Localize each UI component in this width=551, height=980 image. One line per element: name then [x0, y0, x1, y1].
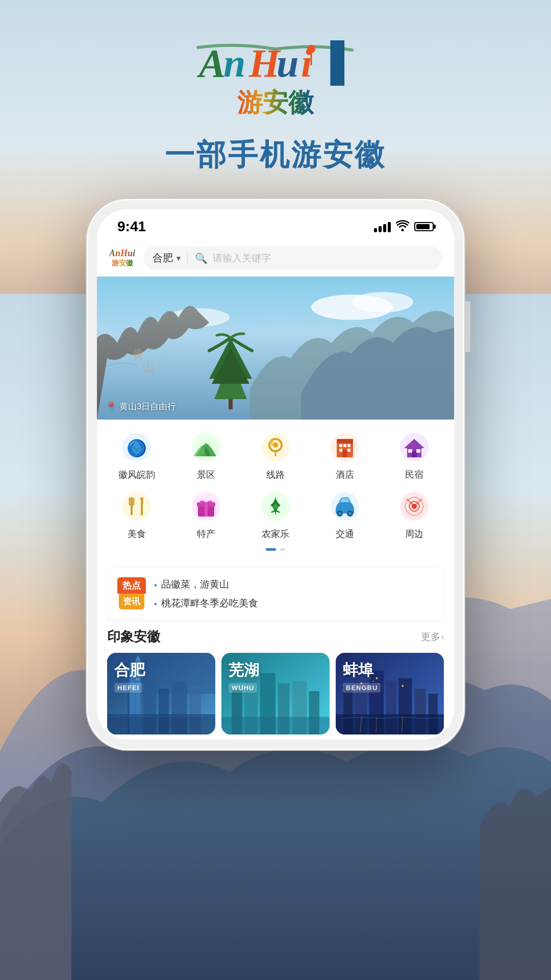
dropdown-arrow-icon: ▼ [175, 254, 182, 262]
news-item-2[interactable]: • 桃花潭畔冬季必吃美食 [154, 596, 434, 611]
page-indicator [102, 548, 449, 558]
news-text-1: 品徽菜，游黄山 [161, 577, 229, 592]
jiudian-icon [328, 430, 362, 464]
wuhu-cn: 芜湖 [229, 660, 322, 681]
search-input[interactable]: 请输入关键字 [213, 252, 271, 265]
svg-rect-32 [343, 444, 346, 447]
category-xianlu[interactable]: 线路 [250, 430, 301, 481]
phone-screen: 9:41 [97, 209, 454, 740]
search-bar[interactable]: 合肥 ▼ 🔍 请输入关键字 [143, 246, 442, 270]
header-logo: AnHui 游安徽 [109, 248, 135, 268]
signal-icon [374, 221, 391, 232]
category-minsu[interactable]: 民宿 [389, 430, 440, 481]
svg-rect-31 [339, 444, 342, 447]
category-row-2: 美食 [102, 489, 449, 540]
hero-banner[interactable]: 黄 山 📍 黄山3日自由行 [97, 277, 454, 420]
meishi-label: 美食 [128, 528, 146, 540]
bengbu-cn: 蚌埠 [343, 660, 437, 681]
header-logo-cn: 游安徽 [112, 259, 133, 268]
app-header: AnHui 游安徽 合肥 ▼ 🔍 请输入关键字 [97, 240, 454, 277]
city-card-bengbu[interactable]: 蚌埠 BENGBU [336, 653, 444, 734]
svg-point-50 [273, 504, 278, 508]
category-meishi[interactable]: 美食 [111, 489, 162, 540]
hefei-card-content: 合肥 HEFEI [107, 653, 215, 734]
svg-rect-34 [339, 449, 342, 452]
location-selector[interactable]: 合肥 ▼ [153, 251, 188, 265]
jiudian-label: 酒店 [336, 469, 354, 481]
svg-point-22 [136, 450, 138, 451]
svg-point-53 [338, 512, 341, 515]
signal-bar-3 [383, 224, 386, 232]
category-grid: 🔵 徽风皖韵 [97, 420, 454, 563]
news-item-1[interactable]: • 品徽菜，游黄山 [154, 577, 434, 592]
svg-point-9 [402, 229, 404, 231]
jiaotong-icon [328, 489, 362, 524]
svg-text:黄: 黄 [132, 347, 144, 361]
top-section: A n H u i ▐ 游安徽 一部手机游安徽 [0, 0, 551, 214]
zhoubian-icon [397, 489, 432, 524]
section-title: 印象安徽 [107, 628, 160, 646]
city-card-wuhu[interactable]: 芜湖 WUHU [221, 653, 330, 734]
huifeng-label: 徽风皖韵 [118, 469, 155, 481]
hot-badge-bottom: 资讯 [119, 594, 144, 609]
header-logo-en: AnHui [109, 248, 135, 259]
svg-rect-41 [416, 449, 420, 453]
category-zhoubian[interactable]: 周边 [389, 489, 440, 540]
jingqu-label: 景区 [197, 469, 215, 481]
xianlu-icon [258, 430, 293, 464]
status-bar: 9:41 [97, 209, 454, 240]
hot-badge: 热点 资讯 [117, 577, 146, 609]
bullet-icon-2: • [154, 598, 157, 610]
category-techan[interactable]: 特产 [181, 489, 232, 540]
minsu-icon [397, 430, 432, 464]
hot-badge-top: 热点 [117, 577, 146, 594]
signal-bar-2 [379, 226, 382, 232]
phone-mockup: 9:41 [87, 199, 464, 750]
category-jiudian[interactable]: 酒店 [319, 430, 370, 481]
wifi-icon [396, 220, 409, 234]
bengbu-name: 蚌埠 BENGBU [343, 660, 437, 693]
phone-frame: 9:41 [87, 199, 464, 750]
svg-text:n: n [223, 41, 245, 85]
hot-news-section: 热点 资讯 • 品徽菜，游黄山 • 桃花潭畔冬季必吃美食 [107, 568, 444, 620]
meishi-icon [119, 489, 154, 524]
battery-fill [416, 224, 430, 229]
more-link[interactable]: 更多 › [421, 630, 444, 644]
svg-text:▐: ▐ [316, 40, 345, 86]
svg-point-42 [122, 492, 151, 521]
huifeng-icon: 🔵 [119, 430, 154, 464]
category-huifeng[interactable]: 🔵 徽风皖韵 [111, 430, 162, 481]
svg-rect-36 [343, 450, 347, 457]
signal-bar-1 [374, 228, 377, 232]
category-jingqu[interactable]: 景区 [181, 430, 232, 481]
logo-cn: 游安徽 [237, 86, 314, 120]
hero-caption-text: 黄山3日自由行 [119, 401, 176, 412]
app-logo: A n H u i ▐ 游安徽 [194, 40, 357, 120]
hefei-cn: 合肥 [114, 660, 208, 681]
xianlu-label: 线路 [266, 469, 285, 481]
minsu-label: 民宿 [405, 469, 423, 481]
svg-rect-40 [408, 449, 412, 453]
tagline: 一部手机游安徽 [165, 135, 386, 175]
svg-point-21 [138, 447, 140, 449]
zhoubian-label: 周边 [405, 528, 423, 540]
svg-text:山: 山 [142, 360, 154, 374]
search-icon: 🔍 [195, 252, 208, 264]
category-jiaotong[interactable]: 交通 [319, 489, 370, 540]
status-icons [374, 220, 434, 234]
category-row-1: 🔵 徽风皖韵 [102, 430, 449, 481]
svg-text:u: u [277, 41, 298, 85]
svg-rect-39 [412, 451, 417, 457]
category-nongjia[interactable]: 农家乐 [250, 489, 301, 540]
battery-icon [414, 222, 434, 231]
city-card-hefei[interactable]: 合肥 HEFEI [107, 653, 215, 734]
more-text: 更多 [421, 630, 440, 644]
logo-svg: A n H u i ▐ [194, 40, 357, 86]
techan-icon [189, 489, 223, 524]
more-arrow-icon: › [441, 632, 444, 642]
wuhu-name: 芜湖 WUHU [229, 660, 322, 693]
svg-rect-35 [347, 449, 350, 452]
svg-rect-48 [205, 502, 208, 517]
wuhu-en: WUHU [229, 683, 257, 693]
svg-rect-30 [337, 439, 353, 443]
